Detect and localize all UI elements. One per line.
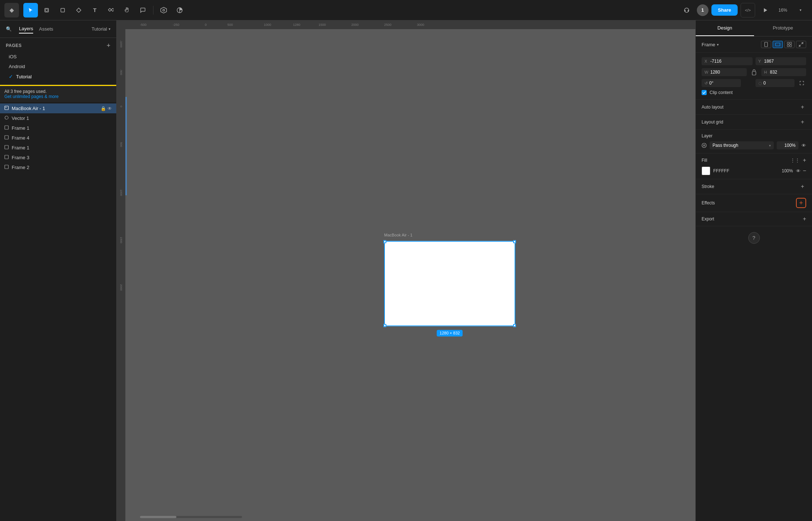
page-item-ios[interactable]: iOS	[6, 52, 110, 62]
upgrade-link[interactable]: Get unlimited pages & more	[4, 94, 112, 99]
layer-icon-frame1a	[4, 125, 9, 131]
assets-tab[interactable]: Assets	[39, 25, 53, 33]
pages-add-button[interactable]: +	[106, 42, 110, 49]
stroke-add-button[interactable]: +	[799, 183, 806, 190]
left-panel-tabs: 🔍 Layers Assets Tutorial ▾	[0, 20, 116, 38]
canvas-scrollbar-h[interactable]	[140, 516, 242, 518]
expand-corners-icon[interactable]	[797, 79, 806, 87]
theme-icon[interactable]	[172, 3, 187, 17]
layout-grid-add-btn[interactable]: +	[799, 118, 806, 126]
y-field[interactable]: Y 1867	[756, 57, 807, 65]
corner-field[interactable]: ◌ 0	[756, 79, 795, 87]
search-icon-btn[interactable]: 🔍	[6, 26, 12, 32]
tab-prototype[interactable]: Prototype	[754, 20, 812, 36]
ruler-mark-h-3000: 3000	[417, 23, 424, 27]
h-field[interactable]: H 832	[761, 68, 807, 76]
tab-design[interactable]: Design	[696, 20, 754, 36]
pages-section: Pages + iOS Android ✓ Tutorial	[0, 38, 116, 85]
share-button[interactable]: Share	[711, 4, 738, 16]
svg-rect-16	[5, 155, 8, 159]
blend-mode-select[interactable]: Pass through ▾	[710, 141, 774, 149]
fill-opacity-value[interactable]: 100%	[778, 168, 793, 173]
frame-section-header: Frame ▾	[696, 36, 812, 53]
frame-icon-expand[interactable]	[796, 41, 806, 48]
fill-visibility-icon[interactable]: 👁	[796, 168, 801, 174]
tutorial-tab[interactable]: Tutorial ▾	[91, 26, 110, 32]
frame-icon-landscape[interactable]	[773, 41, 783, 48]
canvas-content[interactable]: MacBook Air - 1 1280 × 832	[125, 29, 695, 521]
ruler-vertical: -1000 -500 0 500 1000 1500 2000	[117, 29, 125, 521]
text-tool[interactable]: T	[87, 3, 102, 17]
svg-rect-23	[790, 45, 792, 47]
logo-icon[interactable]: ◆	[4, 3, 19, 17]
ruler-horizontal: -500 -250 0 500 1000 1280 1500 2000 2500…	[125, 20, 695, 29]
rotation-field[interactable]: ↺ 0°	[702, 79, 741, 87]
shape-tool[interactable]	[55, 3, 70, 17]
layer-item-vector1[interactable]: Vector 1	[0, 113, 116, 123]
avatar[interactable]: 1	[697, 4, 708, 16]
layer-lock-icon[interactable]: 🔒	[101, 106, 106, 111]
pen-tool[interactable]	[71, 3, 86, 17]
component-tool[interactable]	[104, 3, 118, 17]
layer-item-macbook[interactable]: MacBook Air - 1 🔒 👁	[0, 103, 116, 113]
select-tool[interactable]	[23, 3, 38, 17]
page-item-tutorial[interactable]: ✓ Tutorial	[6, 71, 110, 82]
canvas-frame-wrapper[interactable]: MacBook Air - 1 1280 × 832	[384, 241, 515, 326]
zoom-level[interactable]: 16%	[776, 6, 790, 14]
frame-handle-tr[interactable]	[513, 240, 516, 243]
page-label-tutorial: Tutorial	[16, 74, 32, 79]
layer-name-frame2: Frame 2	[12, 165, 112, 170]
layer-item-frame3[interactable]: Frame 3	[0, 153, 116, 162]
lock-proportions-icon[interactable]	[750, 68, 758, 76]
help-button[interactable]: ?	[748, 232, 760, 244]
fill-add-button[interactable]: +	[803, 157, 806, 164]
canvas-scrollbar-thumb[interactable]	[140, 516, 176, 518]
layer-item-frame1a[interactable]: Frame 1	[0, 123, 116, 133]
code-icon[interactable]: </>	[741, 3, 755, 17]
layer-macbook-actions: 🔒 👁	[101, 106, 112, 111]
export-add-button[interactable]: +	[803, 216, 806, 222]
scale-tool[interactable]	[39, 3, 54, 17]
zoom-dropdown-icon[interactable]: ▾	[793, 3, 808, 17]
page-item-android[interactable]: Android	[6, 62, 110, 71]
export-title: Export	[702, 216, 714, 222]
rotation-icon: ↺	[704, 81, 708, 86]
layers-tab[interactable]: Layers	[19, 24, 33, 34]
layer-visibility-icon[interactable]: 👁	[801, 143, 806, 148]
fill-style-icon[interactable]: ⋮⋮	[790, 158, 800, 163]
comment-tool[interactable]	[136, 3, 150, 17]
frame-handle-bl[interactable]	[383, 324, 386, 327]
main-layout: 🔍 Layers Assets Tutorial ▾ Pages + iOS A…	[0, 20, 812, 521]
canvas-area[interactable]: -500 -250 0 500 1000 1280 1500 2000 2500…	[117, 20, 695, 521]
x-field[interactable]: X -7116	[702, 57, 753, 65]
auto-layout-add-btn[interactable]: +	[799, 103, 806, 111]
svg-rect-11	[5, 107, 7, 108]
canvas-frame[interactable]	[384, 241, 515, 326]
opacity-field[interactable]: 100%	[777, 141, 799, 149]
fill-hex-value[interactable]: FFFFFF	[713, 168, 776, 173]
frame-icon-grid[interactable]	[784, 41, 795, 48]
frame-handle-br[interactable]	[513, 324, 516, 327]
plugin-icon[interactable]	[156, 3, 171, 17]
right-panel-tabs: Design Prototype	[696, 20, 812, 36]
frame-handle-tl[interactable]	[383, 240, 386, 243]
layer-item-frame4[interactable]: Frame 4	[0, 133, 116, 143]
effects-add-button[interactable]: +	[796, 198, 806, 208]
w-field[interactable]: W 1280	[702, 68, 747, 76]
hand-tool[interactable]	[120, 3, 134, 17]
layer-item-frame2[interactable]: Frame 2	[0, 162, 116, 172]
ruler-mark-v-500n: -500	[120, 69, 123, 75]
fill-color-swatch[interactable]	[702, 167, 710, 175]
layer-eye-icon[interactable]: 👁	[108, 106, 112, 111]
frame-icon-portrait[interactable]	[761, 41, 771, 48]
layer-name-macbook: MacBook Air - 1	[12, 106, 98, 111]
play-icon[interactable]	[758, 3, 773, 17]
clip-content-checkbox[interactable]	[702, 90, 707, 95]
fill-remove-button[interactable]: −	[803, 168, 806, 174]
frame-dropdown-icon[interactable]: ▾	[717, 43, 719, 47]
h-value: 832	[770, 70, 804, 75]
ruler-mark-h-500: 500	[227, 23, 233, 27]
layer-item-frame1b[interactable]: Frame 1	[0, 143, 116, 153]
headphone-icon[interactable]	[679, 3, 694, 17]
left-panel: 🔍 Layers Assets Tutorial ▾ Pages + iOS A…	[0, 20, 117, 521]
